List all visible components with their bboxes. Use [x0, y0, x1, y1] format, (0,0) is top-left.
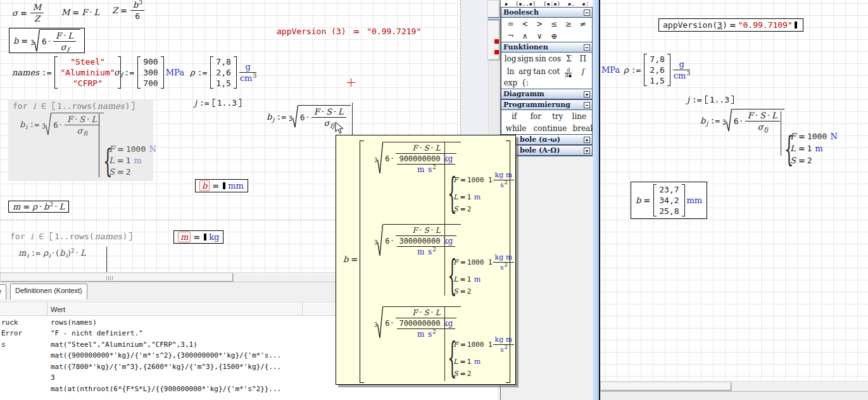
palette-item[interactable]: tan	[533, 67, 546, 76]
left-hscroll-thumb[interactable]	[1, 273, 233, 282]
formula-f4[interactable]: b=36·F·Lσf	[9, 28, 85, 53]
palette-item[interactable]: <	[522, 20, 528, 28]
formula-f13l2[interactable]: mi:=ρi·(bi)2·L	[18, 248, 87, 258]
formula-f8l2[interactable]: bi:=36·F·S·Lσfi	[19, 113, 104, 135]
vscroll-splitter[interactable]	[488, 17, 500, 20]
row-value[interactable]: mat({900000000*'kg}/{'m*'s^2},{300000000…	[51, 351, 281, 359]
right-hscrollbar[interactable]	[600, 381, 868, 391]
formula-f8l1[interactable]: for i ∈ 1..rows(names)	[13, 101, 135, 111]
right-hscroll-thumb[interactable]	[601, 382, 731, 391]
math-u: cm	[673, 71, 687, 80]
row-value[interactable]: 3	[51, 373, 55, 382]
matrix-icon[interactable]: ▪:	[582, 1, 589, 7]
formula-g5[interactable]: bj:=36·F·S·Lσfj	[700, 109, 785, 132]
formula-f2[interactable]: M=F·L	[61, 8, 100, 17]
math-o: =	[796, 132, 807, 141]
formula-f12[interactable]: m=ρ·b2·L	[8, 201, 69, 213]
formula-f8cases[interactable]: {F=1000 NL=1 mS=2	[102, 144, 157, 177]
formula-tooltip-cases-0[interactable]: {F=1000 1kg ms2L=1 mS=2	[446, 171, 515, 213]
formula-f5b[interactable]: σf:=900300700MPa	[113, 56, 185, 89]
palette-item[interactable]: ∨	[537, 32, 543, 41]
formula-tooltip-b-label[interactable]: b=	[343, 254, 360, 264]
col-sep[interactable]	[302, 303, 303, 316]
row-value[interactable]: rows(names)	[51, 318, 97, 327]
palette-section-header[interactable]: Funktionen−	[501, 42, 592, 53]
math-o: =	[115, 144, 126, 154]
palette-item[interactable]: ∧	[522, 32, 528, 41]
palette-item[interactable]: if	[512, 112, 517, 121]
palette-section-boolesch: Boolesch−=<>≤≥≠¬∧∨⊕	[501, 8, 593, 42]
palette-item[interactable]: dd▪	[565, 65, 572, 78]
col-sep[interactable]	[47, 303, 47, 316]
palette-item[interactable]: arg	[519, 67, 532, 76]
palette-item[interactable]: ln	[507, 67, 515, 76]
expand-icon[interactable]: +	[584, 91, 590, 97]
math-d: ·	[58, 120, 63, 130]
row-value[interactable]: mat(at(nthroot(6*{F*S*L}/{{900000000*'kg…	[51, 385, 281, 393]
formula-tooltip-cases-2[interactable]: {F=1000 1kg ms2L=1 mS=2	[446, 335, 515, 378]
row-value[interactable]: mat("Steel","Aluminium","CFRP",3,1)	[51, 341, 198, 349]
palette-item[interactable]: =	[507, 20, 513, 28]
palette-item[interactable]: ∫	[581, 67, 584, 76]
palette-item[interactable]: log	[505, 54, 517, 63]
formula-tooltip-cases-1[interactable]: {F=1000 1kg ms2L=1 mS=2	[446, 253, 515, 296]
palette-item[interactable]: cos	[548, 54, 561, 63]
palette-item[interactable]: for	[531, 112, 541, 121]
palette-item[interactable]: Σ	[566, 54, 571, 63]
row-value[interactable]: mat({7800*'kg}/{'m^3},{2600*'kg}/{'m^3},…	[51, 363, 281, 371]
expand-icon[interactable]: +	[584, 137, 590, 143]
palette-item[interactable]: ≤	[551, 20, 557, 28]
palette-item[interactable]: while	[506, 124, 527, 133]
palette-item[interactable]: ≥	[565, 20, 572, 28]
palette-item[interactable]: sin	[535, 54, 546, 63]
col-header-wert[interactable]: Wert	[51, 306, 65, 313]
palette-item[interactable]: {:	[521, 78, 529, 87]
expand-icon[interactable]: +	[584, 147, 590, 154]
math-m: 7,82,61,5	[210, 56, 236, 89]
matrix-icon[interactable]: (▪..▪)	[515, 1, 536, 7]
formula-f6[interactable]: appVersion (3) = "0.99.7219"	[277, 27, 421, 36]
error-marker[interactable]	[494, 39, 499, 44]
palette-item[interactable]: break	[573, 124, 595, 133]
collapse-icon[interactable]: −	[584, 9, 590, 16]
palette-section-header[interactable]: Programmierung−	[501, 100, 592, 110]
palette-item[interactable]: ⊕	[551, 32, 557, 41]
palette-item[interactable]: continue	[534, 124, 567, 133]
formula-g6[interactable]: b=23,734,225,8mm	[631, 182, 707, 219]
tab-partial[interactable]: e	[0, 284, 6, 299]
palette-section-header[interactable]: Boolesch−	[501, 8, 592, 18]
matrix-icon[interactable]: ▪	[505, 1, 508, 7]
math-o: =	[70, 8, 81, 17]
formula-g3[interactable]: ρ:=7,82,61,5gcm3	[623, 53, 691, 87]
matrix-icon[interactable]: (▪:▪)	[543, 1, 560, 7]
formula-f3[interactable]: Z=b36	[111, 0, 146, 21]
formula-f5c[interactable]: ρ:=7,82,61,5gcm3	[189, 56, 258, 89]
matrix-icon[interactable]: ▪.	[568, 1, 575, 7]
formula-g4[interactable]: j:=1..3	[686, 95, 735, 104]
formula-f13l1[interactable]: for i ∈ 1..rows(names)	[10, 232, 133, 241]
formula-f11[interactable]: b=mm	[195, 179, 248, 192]
palette-item[interactable]: ≠	[580, 20, 586, 28]
window-splitter[interactable]	[593, 0, 600, 400]
palette-item[interactable]: Π	[580, 54, 586, 63]
palette-item[interactable]: line	[572, 112, 587, 121]
row-value[interactable]: "F - nicht definiert."	[51, 329, 143, 337]
palette-section-header[interactable]: Diagramm+	[501, 89, 592, 99]
formula-f1[interactable]: σ=MZ	[11, 3, 45, 23]
formula-g5cases[interactable]: {F=1000 NL=1 mS=2	[783, 132, 838, 165]
formula-f5a[interactable]: names:="Steel""Aluminium""CFRP"	[11, 56, 122, 89]
palette-item[interactable]: try	[552, 112, 563, 121]
palette-item[interactable]: cot	[548, 67, 560, 76]
palette-item[interactable]: >	[536, 20, 543, 28]
palette-item[interactable]: ¬	[507, 32, 513, 41]
tab-definitionen[interactable]: Definitionen (Kontext)	[10, 284, 87, 299]
formula-g2[interactable]: MPa	[601, 65, 620, 75]
formula-f9[interactable]: j:=1..3	[194, 98, 242, 108]
error-marker[interactable]	[494, 50, 499, 54]
formula-f14[interactable]: m=kg	[173, 230, 223, 244]
collapse-icon[interactable]: −	[584, 44, 590, 51]
palette-item[interactable]: sign	[517, 54, 533, 63]
palette-item[interactable]: exp	[504, 78, 518, 87]
formula-g1[interactable]: appVersion(3)="0.99.7109"	[658, 18, 803, 32]
collapse-icon[interactable]: −	[584, 102, 590, 108]
